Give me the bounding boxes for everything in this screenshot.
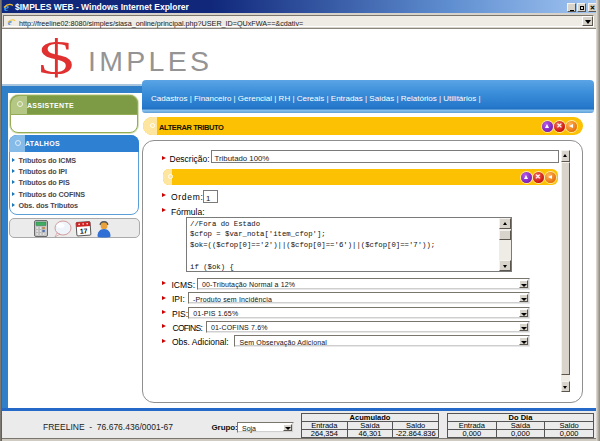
svg-text:17: 17 (80, 227, 88, 235)
